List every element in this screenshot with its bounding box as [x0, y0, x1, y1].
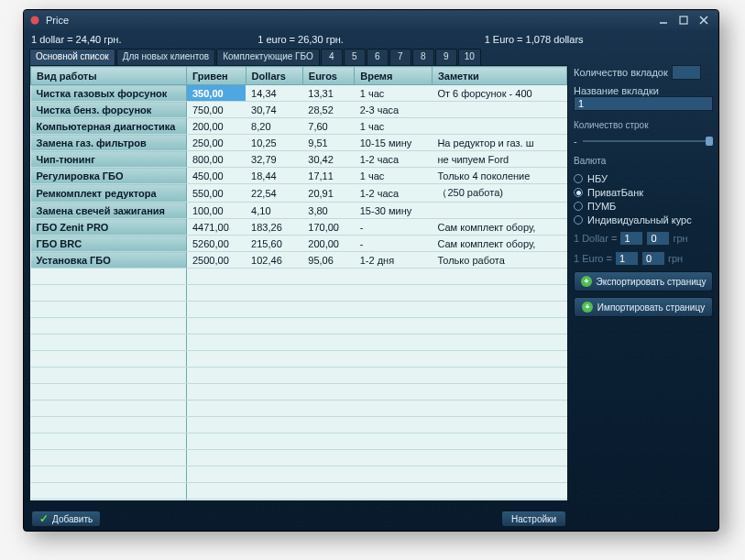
cell[interactable]: 170,00	[302, 219, 354, 236]
table-row[interactable]	[31, 269, 567, 285]
cell[interactable]: 1-2 часа	[355, 151, 433, 168]
cell[interactable]: От 6 форсунок - 400	[432, 85, 566, 102]
table-row[interactable]: ГБО BRC5260,00215,60200,00-Сам комплект …	[31, 236, 567, 252]
table-row[interactable]	[31, 417, 567, 434]
tab-9[interactable]: 10	[458, 49, 481, 65]
cell[interactable]: 3,80	[302, 203, 354, 219]
add-button[interactable]: ✓ Добавить	[31, 511, 101, 527]
table-row[interactable]	[31, 483, 567, 500]
cell[interactable]: 7,60	[302, 118, 354, 135]
cell[interactable]: 9,51	[302, 135, 354, 151]
cell[interactable]: 10,25	[246, 135, 302, 151]
cell[interactable]: 13,31	[302, 85, 354, 102]
maximize-button[interactable]	[674, 14, 693, 27]
cell[interactable]: 1-2 дня	[355, 252, 433, 269]
cell[interactable]: 2500,00	[187, 252, 247, 269]
cell[interactable]: （250 работа)	[432, 184, 566, 203]
tab-count-select[interactable]	[672, 65, 701, 80]
table-row[interactable]: ГБО Zenit PRO4471,00183,26170,00-Сам ком…	[31, 219, 567, 236]
dollar-int-input[interactable]	[619, 231, 643, 246]
cell[interactable]: Только работа	[432, 252, 566, 269]
table-row[interactable]	[31, 368, 567, 384]
cell[interactable]	[432, 203, 566, 219]
table-row[interactable]	[31, 467, 567, 483]
cell[interactable]: 4,10	[246, 203, 302, 219]
row-label[interactable]: Чистка бенз. форсунок	[31, 102, 187, 118]
cell[interactable]: 30,42	[302, 151, 354, 168]
cell[interactable]: На редуктор и газ. ш	[432, 135, 566, 151]
cell[interactable]: не чипуем Ford	[432, 151, 566, 168]
cell[interactable]: 800,00	[187, 151, 247, 168]
cell[interactable]: 18,44	[246, 168, 302, 184]
cell[interactable]: 8,20	[246, 118, 302, 135]
close-button[interactable]	[695, 14, 713, 27]
row-label[interactable]: Ремкомплект редуктора	[31, 184, 187, 203]
cell[interactable]: 1 час	[355, 85, 433, 102]
col-header-4[interactable]: Время	[355, 67, 433, 85]
row-label[interactable]: Регулировка ГБО	[31, 168, 187, 184]
table-row[interactable]	[31, 335, 567, 351]
cell[interactable]: 1 час	[355, 168, 433, 184]
cell[interactable]: 350,00	[187, 85, 247, 102]
table-row[interactable]	[31, 285, 567, 302]
table-row[interactable]	[31, 434, 567, 450]
table-row[interactable]: Регулировка ГБО450,0018,4417,111 часТоль…	[31, 168, 567, 184]
currency-radio-3[interactable]: Индивидуальный курс	[574, 214, 713, 225]
euro-int-input[interactable]	[615, 251, 639, 266]
cell[interactable]: 1 час	[355, 118, 433, 135]
table-row[interactable]	[31, 450, 567, 467]
cell[interactable]: 750,00	[187, 102, 247, 118]
row-label[interactable]: Установка ГБО	[31, 252, 187, 269]
tab-5[interactable]: 6	[367, 49, 389, 65]
cell[interactable]	[432, 118, 566, 135]
row-label[interactable]: Чип-тюнинг	[31, 151, 187, 168]
cell[interactable]: 28,52	[302, 102, 354, 118]
row-label[interactable]: ГБО Zenit PRO	[31, 219, 187, 236]
table-row[interactable]: Установка ГБО2500,00102,4695,061-2 дняТо…	[31, 252, 567, 269]
euro-frac-input[interactable]	[641, 251, 665, 266]
table-row[interactable]	[31, 302, 567, 318]
tab-8[interactable]: 9	[435, 49, 457, 65]
cell[interactable]: 100,00	[187, 203, 247, 219]
cell[interactable]: 22,54	[246, 184, 302, 203]
cell[interactable]: 95,06	[302, 252, 354, 269]
currency-radio-0[interactable]: НБУ	[574, 173, 713, 184]
tab-7[interactable]: 8	[412, 49, 434, 65]
tab-name-input[interactable]	[574, 96, 713, 111]
row-label[interactable]: Чистка газовых форсунок	[31, 85, 187, 102]
cell[interactable]: 183,26	[246, 219, 302, 236]
cell[interactable]: 30,74	[246, 102, 302, 118]
table-row[interactable]	[31, 500, 567, 502]
row-label[interactable]: Замена свечей зажигания	[31, 203, 187, 219]
tab-2[interactable]: Комплектующие ГБО	[216, 49, 320, 65]
cell[interactable]: 2-3 часа	[355, 102, 433, 118]
cell[interactable]: Сам комплект обору,	[432, 219, 566, 236]
cell[interactable]: 15-30 мину	[355, 203, 433, 219]
cell[interactable]: 550,00	[187, 184, 247, 203]
col-header-5[interactable]: Заметки	[432, 67, 566, 85]
cell[interactable]: -	[355, 236, 433, 252]
cell[interactable]: Только 4 поколение	[432, 168, 566, 184]
import-button[interactable]: Импортировать страницу	[574, 297, 713, 317]
table-row[interactable]	[31, 384, 567, 401]
table-row[interactable]	[31, 318, 567, 335]
currency-radio-1[interactable]: ПриватБанк	[574, 187, 713, 198]
tab-3[interactable]: 4	[321, 49, 343, 65]
cell[interactable]: 17,11	[302, 168, 354, 184]
minimize-button[interactable]	[654, 14, 673, 27]
cell[interactable]: 200,00	[187, 118, 247, 135]
settings-button[interactable]: Настройки	[501, 511, 566, 527]
cell[interactable]: 250,00	[187, 135, 247, 151]
tab-4[interactable]: 5	[344, 49, 366, 65]
cell[interactable]	[432, 102, 566, 118]
col-header-3[interactable]: Euros	[302, 67, 354, 85]
table-row[interactable]: Ремкомплект редуктора550,0022,5420,911-2…	[31, 184, 567, 203]
cell[interactable]: 200,00	[302, 236, 354, 252]
tab-0[interactable]: Основной список	[29, 49, 115, 65]
table-row[interactable]: Чип-тюнинг800,0032,7930,421-2 часане чип…	[31, 151, 567, 168]
row-label[interactable]: Компьютерная диагностика	[31, 118, 187, 135]
col-header-1[interactable]: Гривен	[187, 67, 247, 85]
cell[interactable]: 14,34	[246, 85, 302, 102]
currency-radio-2[interactable]: ПУМБ	[574, 201, 713, 212]
table-row[interactable]: Компьютерная диагностика200,008,207,601 …	[31, 118, 567, 135]
